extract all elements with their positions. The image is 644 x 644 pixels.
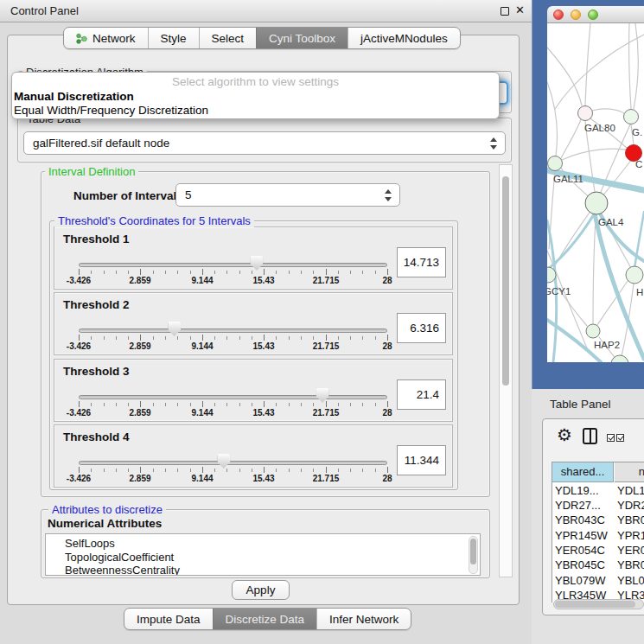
- table-row[interactable]: YBR043CYBR0: [552, 513, 644, 527]
- node-gal80[interactable]: [578, 106, 593, 121]
- threshold-3-slider-track[interactable]: [79, 395, 387, 399]
- tick-label: 9.144: [191, 276, 213, 285]
- table-panel: ⚙ shared... na YDL19...YDL1 YDR27...YDR2…: [542, 418, 644, 615]
- tick-marks: [79, 403, 388, 406]
- threshold-2-slider-track[interactable]: [79, 328, 387, 333]
- node-hap2[interactable]: [586, 324, 600, 338]
- number-of-intervals-label: Number of Intervals: [73, 189, 183, 202]
- node-h[interactable]: [626, 266, 643, 284]
- list-item[interactable]: BetweennessCentrality: [46, 564, 480, 576]
- tab-style-label: Style: [161, 32, 187, 45]
- settings-scrollbar[interactable]: [499, 164, 513, 577]
- threshold-1-box: Threshold 1 -3.426 2.859 9.144 15.43 21.…: [54, 226, 453, 290]
- tick-label: 21.715: [313, 276, 340, 285]
- float-window-icon[interactable]: [501, 7, 509, 16]
- tab-network[interactable]: Network: [64, 28, 148, 48]
- scrollbar-thumb[interactable]: [502, 176, 509, 386]
- checkbox-icon[interactable]: [607, 434, 615, 442]
- node-gal11[interactable]: [548, 156, 563, 171]
- tab-cyni-toolbox[interactable]: Cyni Toolbox: [256, 28, 348, 48]
- popup-option-equal-width[interactable]: Equal Width/Frequency Discretization: [14, 104, 208, 117]
- tab-impute-data[interactable]: Impute Data: [124, 609, 213, 629]
- combo-stepper-icon: [490, 137, 498, 150]
- network-window-titlebar[interactable]: [547, 6, 644, 23]
- mac-zoom-icon[interactable]: [588, 10, 598, 20]
- tab-discretize-data[interactable]: Discretize Data: [213, 609, 317, 629]
- tab-cyni-label: Cyni Toolbox: [269, 32, 335, 45]
- checkbox-icon[interactable]: [616, 434, 624, 442]
- table-row[interactable]: YDR27...YDR2: [552, 498, 644, 513]
- thresholds-group-label: Threshold's Coordinates for 5 Intervals: [54, 214, 254, 227]
- tab-discretize-label: Discretize Data: [226, 613, 305, 626]
- tick-marks: [79, 469, 388, 472]
- node-label-h: H: [636, 287, 643, 297]
- table-horizontal-scrollbar[interactable]: [553, 599, 644, 609]
- apply-button[interactable]: Apply: [232, 580, 290, 600]
- tick-label: 28: [382, 474, 392, 483]
- list-item[interactable]: TopologicalCoefficient: [46, 551, 480, 564]
- tick-label: 2.859: [129, 341, 150, 351]
- column-header-name[interactable]: na: [615, 462, 644, 482]
- threshold-2-value-field[interactable]: 6.316: [397, 313, 446, 343]
- threshold-1-value-field[interactable]: 14.713: [397, 247, 446, 277]
- table-row[interactable]: YBR045CYBR0: [552, 558, 644, 572]
- node-g[interactable]: [624, 110, 639, 124]
- tab-select[interactable]: Select: [199, 28, 257, 48]
- columns-icon[interactable]: [583, 428, 597, 444]
- node-label-c: C: [635, 159, 642, 169]
- mac-minimize-icon[interactable]: [571, 10, 581, 20]
- column-header-shared-name[interactable]: shared...: [552, 462, 614, 482]
- interval-definition-label: Interval Definition: [45, 165, 138, 178]
- tick-marks: [79, 271, 388, 274]
- threshold-3-label: Threshold 3: [63, 365, 130, 378]
- table-row[interactable]: YBL079WYBL0: [552, 573, 644, 588]
- tick-label: -3.426: [67, 408, 91, 418]
- table-row[interactable]: YPR145WYPR1: [552, 528, 644, 543]
- threshold-2-label: Threshold 2: [63, 298, 130, 311]
- table-data-combo[interactable]: galFiltered.sif default node: [23, 131, 506, 155]
- tab-jactivemnodules[interactable]: jActiveMNodules: [348, 28, 460, 48]
- threshold-2-slider-thumb[interactable]: [168, 322, 181, 336]
- popup-option-manual[interactable]: Manual Discretization: [14, 90, 134, 103]
- tick-label: -3.426: [67, 276, 91, 285]
- threshold-1-slider-thumb[interactable]: [250, 256, 263, 271]
- network-graph: GAL80 G. C GAL11 GAL4 GCY1 H HAP2: [547, 23, 644, 362]
- network-icon: [76, 33, 87, 44]
- tick-label: 9.144: [191, 474, 213, 483]
- table-row[interactable]: YDL19...YDL1: [552, 483, 644, 498]
- numerical-attributes-list[interactable]: SelfLoops TopologicalCoefficient Between…: [45, 533, 481, 576]
- tick-label: 9.144: [191, 408, 213, 418]
- threshold-2-box: Threshold 2 -3.426 2.859 9.144 15.43 21.…: [54, 292, 453, 355]
- node-label-gal4: GAL4: [598, 217, 624, 227]
- close-icon[interactable]: ✕: [515, 3, 525, 16]
- scrollbar-thumb[interactable]: [555, 601, 635, 608]
- tick-label: 28: [382, 341, 392, 351]
- mac-close-icon[interactable]: [553, 10, 564, 20]
- attributes-scrollbar[interactable]: [469, 536, 478, 574]
- screen: Control Panel ✕ Network Style Select Cyn…: [0, 0, 644, 644]
- tick-label: -3.426: [67, 341, 91, 351]
- tick-label: 15.43: [252, 474, 274, 483]
- tab-infer-network[interactable]: Infer Network: [316, 609, 411, 629]
- node-label-gal11: GAL11: [553, 174, 583, 184]
- threshold-3-value-field[interactable]: 21.4: [397, 379, 446, 410]
- number-of-intervals-combo[interactable]: 5: [175, 183, 400, 207]
- table-data-combo-value: galFiltered.sif default node: [33, 137, 169, 150]
- list-item[interactable]: SelfLoops: [46, 534, 480, 551]
- right-region: GAL80 G. C GAL11 GAL4 GCY1 H HAP2 Table …: [532, 0, 644, 644]
- table-row[interactable]: YER054CYER0: [552, 543, 644, 558]
- node-gal4[interactable]: [585, 192, 608, 214]
- tab-style[interactable]: Style: [148, 28, 199, 48]
- network-view-canvas[interactable]: GAL80 G. C GAL11 GAL4 GCY1 H HAP2: [547, 23, 644, 362]
- attributes-group-label: Attributes to discretize: [48, 503, 166, 516]
- tick-label: 2.859: [129, 276, 150, 285]
- tick-label: 15.43: [252, 341, 274, 351]
- threshold-1-slider-track[interactable]: [79, 263, 387, 267]
- gear-icon[interactable]: ⚙: [557, 424, 572, 445]
- tab-infer-label: Infer Network: [329, 613, 399, 626]
- threshold-3-slider-thumb[interactable]: [316, 388, 329, 403]
- node-label-g: G.: [632, 127, 642, 137]
- threshold-4-value-field[interactable]: 11.344: [397, 445, 446, 475]
- threshold-4-slider-track[interactable]: [79, 461, 387, 465]
- threshold-4-slider-thumb[interactable]: [217, 454, 230, 469]
